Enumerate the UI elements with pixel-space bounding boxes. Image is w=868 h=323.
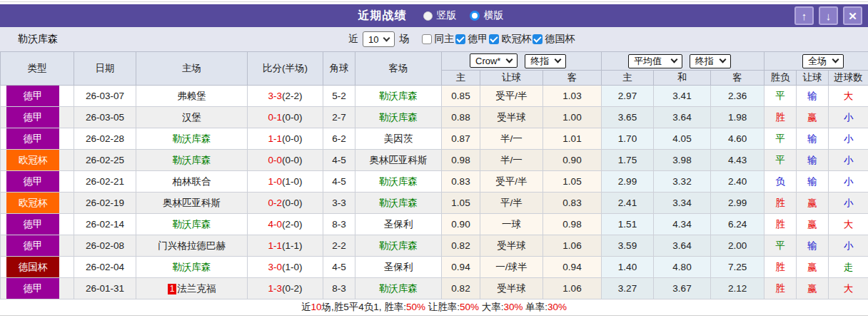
fulltime-score: 1-1 xyxy=(268,240,282,251)
title-bar: 近期战绩 竖版 横版 ↑ ↓ ✕ xyxy=(0,4,868,27)
vertical-layout-radio[interactable]: 竖版 xyxy=(423,9,457,22)
away-team-name: 勒沃库森 xyxy=(379,176,418,187)
filter-controls: 近 10 场 同主德甲欧冠杯德国杯 xyxy=(348,31,575,47)
handicap-result-cell: 输 xyxy=(797,86,829,107)
fulltime-score: 0-0 xyxy=(268,155,282,165)
score-cell: 0-0(0-0) xyxy=(248,150,323,171)
summary-segment: 场,胜5平4负1, 胜率: xyxy=(321,302,406,312)
league-badge: 德甲 xyxy=(6,86,59,106)
away-team-name: 勒沃库森 xyxy=(379,283,418,294)
away-team-name: 勒沃库森 xyxy=(379,198,418,208)
chevron-down-icon xyxy=(506,56,513,63)
winloss-result-cell: 平 xyxy=(764,235,797,257)
asian-handicap-cell: 平/半 xyxy=(480,193,543,214)
subheader-winloss: 胜负 xyxy=(764,71,797,86)
home-team-cell: 勒沃库森 xyxy=(136,128,248,150)
table-row: 德甲26-03-07弗赖堡3-3(2-2)5-2勒沃库森0.85受平/半1.03… xyxy=(1,86,868,107)
vertical-layout-label: 竖版 xyxy=(437,9,457,22)
halftime-score: (2-2) xyxy=(282,91,303,101)
asian-home-odds-cell: 1.05 xyxy=(442,193,480,214)
home-team-cell: 门兴格拉德巴赫 xyxy=(136,235,248,257)
filter-bar: 勒沃库森 近 10 场 同主德甲欧冠杯德国杯 xyxy=(0,27,868,51)
home-team-name: 门兴格拉德巴赫 xyxy=(158,240,226,251)
score-cell: 1-0(1-0) xyxy=(248,171,323,193)
away-team-cell: 美因茨 xyxy=(355,128,442,150)
league-badge: 德甲 xyxy=(6,278,59,299)
goals-result-cell: 大 xyxy=(829,86,868,107)
league-cell: 欧冠杯 xyxy=(1,193,74,214)
away-team-name: 勒沃库森 xyxy=(379,240,418,251)
col-header-home: 主场 xyxy=(136,52,248,86)
home-team-cell: 柏林联合 xyxy=(136,171,248,193)
away-team-cell: 奥林匹亚科斯 xyxy=(355,150,442,171)
date-cell: 26-02-28 xyxy=(74,128,136,150)
radio-circle-icon[interactable] xyxy=(470,11,480,21)
halftime-score: (0-0) xyxy=(282,112,303,123)
league-cell: 德甲 xyxy=(1,171,74,193)
euro-draw-odds-cell: 3.34 xyxy=(654,193,711,214)
goals-result-cell: 走 xyxy=(829,257,868,278)
subheader-euro-home: 主 xyxy=(602,71,654,86)
titlebar-buttons: ↑ ↓ ✕ xyxy=(794,6,862,25)
corner-cell: 6-2 xyxy=(323,128,355,150)
league-checkbox-德国杯[interactable] xyxy=(533,34,542,44)
summary-segment: 10 xyxy=(311,302,321,312)
score-cell: 0-1(0-0) xyxy=(248,107,323,128)
horizontal-layout-radio[interactable]: 横版 xyxy=(470,9,504,22)
move-up-button[interactable]: ↑ xyxy=(794,6,814,25)
euro-draw-odds-cell: 3.98 xyxy=(654,150,711,171)
away-team-cell: 圣保利 xyxy=(355,257,442,278)
league-cell: 德甲 xyxy=(1,278,74,299)
fulltime-score: 3-0 xyxy=(268,262,282,272)
corner-cell: 4-5 xyxy=(323,257,355,278)
euro-final-odds-select[interactable]: 终指 xyxy=(690,54,731,68)
league-checkbox-欧冠杯[interactable] xyxy=(489,34,499,44)
euro-draw-odds-cell: 3.41 xyxy=(654,86,711,107)
handicap-result-cell: 赢 xyxy=(797,278,829,299)
league-badge: 德甲 xyxy=(6,171,59,192)
table-row: 欧冠杯26-02-25勒沃库森0-0(0-0)4-5奥林匹亚科斯0.98半/一0… xyxy=(1,150,868,171)
date-cell: 26-02-04 xyxy=(74,257,136,278)
subheader-euro-away: 客 xyxy=(711,71,764,86)
league-badge: 欧冠杯 xyxy=(6,193,59,213)
asian-handicap-cell: 受平/半 xyxy=(480,171,543,193)
asian-handicap-cell: 受半球 xyxy=(480,107,543,128)
matches-count-select[interactable]: 10 xyxy=(363,31,395,47)
chevron-down-icon xyxy=(555,56,562,63)
home-team-name: 柏林联合 xyxy=(173,176,211,187)
move-down-button[interactable]: ↓ xyxy=(819,6,838,25)
checkbox-label: 欧冠杯 xyxy=(501,33,531,46)
halftime-score: (1-0) xyxy=(282,262,303,272)
date-cell: 26-03-05 xyxy=(74,107,136,128)
asian-home-odds-cell: 0.94 xyxy=(442,257,480,278)
odds-source-select[interactable]: Crow* xyxy=(470,53,518,68)
fulltime-score: 1-3 xyxy=(268,283,282,294)
home-team-name: 勒沃库森 xyxy=(173,155,211,165)
halftime-score: (0-0) xyxy=(282,133,303,144)
close-button[interactable]: ✕ xyxy=(843,6,862,25)
league-checkbox-德甲[interactable] xyxy=(455,34,465,44)
chevron-down-icon xyxy=(383,34,390,41)
result-group-header: 全场 xyxy=(764,52,868,71)
average-odds-select[interactable]: 平均值 xyxy=(628,54,682,68)
asian-home-odds-cell: 0.83 xyxy=(442,171,480,193)
subheader-asian-home: 主 xyxy=(442,71,480,86)
asian-away-odds-cell: 1.03 xyxy=(543,86,602,107)
corner-cell: 5-2 xyxy=(323,86,355,107)
radio-circle-icon[interactable] xyxy=(423,11,433,21)
euro-draw-odds-cell: 4.05 xyxy=(654,128,711,150)
full-match-select[interactable]: 全场 xyxy=(802,54,844,68)
asian-handicap-cell: 半/一 xyxy=(480,128,543,150)
same-home-checkbox[interactable] xyxy=(422,34,432,44)
euro-away-odds-cell: 2.36 xyxy=(711,86,764,107)
goals-result-cell: 小 xyxy=(829,107,868,128)
away-team-cell: 勒沃库森 xyxy=(355,193,442,214)
league-cell: 欧冠杯 xyxy=(1,150,74,171)
date-cell: 26-02-19 xyxy=(74,193,136,214)
home-team-cell: 勒沃库森 xyxy=(136,257,248,278)
summary-segment: 近 xyxy=(301,302,311,312)
asian-away-odds-cell: 1.06 xyxy=(543,235,602,257)
table-row: 德甲26-02-21柏林联合1-0(1-0)4-5勒沃库森0.83受平/半1.0… xyxy=(1,171,868,193)
asian-final-odds-select[interactable]: 终指 xyxy=(525,54,566,68)
goals-result-cell: 小 xyxy=(829,235,868,257)
